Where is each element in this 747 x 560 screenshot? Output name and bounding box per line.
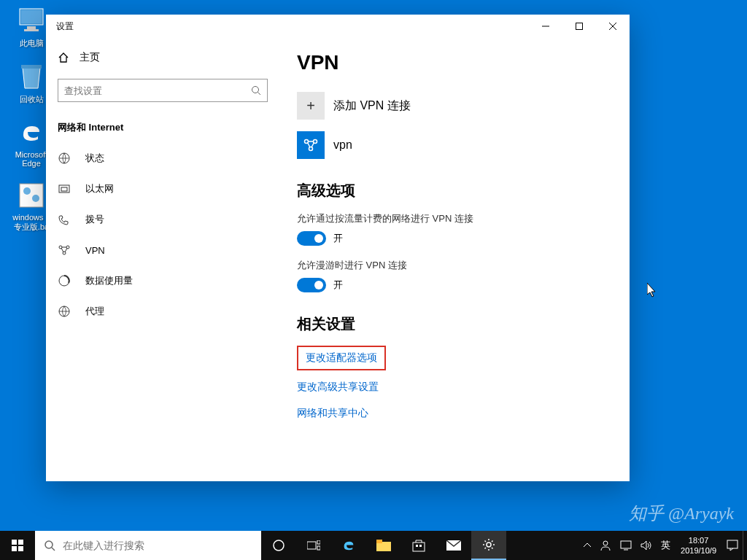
date-text: 2019/10/9: [681, 545, 716, 556]
toggle-metered-row: 开: [297, 231, 612, 246]
svg-rect-3: [24, 29, 39, 31]
svg-rect-17: [61, 187, 67, 191]
sidebar-item-proxy[interactable]: 代理: [46, 296, 279, 327]
sidebar-item-label: 以太网: [85, 182, 114, 195]
sidebar-item-dialup[interactable]: 拨号: [46, 204, 279, 235]
svg-rect-46: [727, 540, 738, 548]
related-header: 相关设置: [297, 314, 612, 334]
svg-rect-34: [317, 540, 320, 544]
vpn-icon: [58, 244, 71, 257]
option-roaming-label: 允许漫游时进行 VPN 连接: [297, 259, 612, 272]
link-adapter-options[interactable]: 更改适配器选项: [297, 346, 386, 370]
windows-icon: [12, 540, 23, 551]
edge-taskbar-icon[interactable]: [331, 531, 366, 560]
svg-point-8: [32, 195, 39, 202]
toggle-roaming[interactable]: [297, 278, 326, 292]
svg-rect-29: [18, 546, 23, 551]
sidebar-item-ethernet[interactable]: 以太网: [46, 174, 279, 204]
batch-file-icon: [17, 181, 46, 210]
taskbar-search[interactable]: [35, 531, 261, 560]
task-view-icon[interactable]: [296, 531, 331, 560]
search-box[interactable]: [58, 79, 268, 102]
sidebar-item-status[interactable]: 状态: [46, 143, 279, 174]
search-icon: [251, 85, 261, 96]
sidebar-item-data-usage[interactable]: 数据使用量: [46, 265, 279, 296]
sidebar-item-label: 代理: [85, 305, 104, 318]
link-network-center[interactable]: 网络和共享中心: [297, 407, 612, 420]
tray-chevron-icon[interactable]: [579, 531, 595, 560]
svg-point-25: [309, 147, 313, 151]
svg-point-30: [45, 541, 53, 548]
svg-rect-1: [21, 10, 42, 23]
sidebar-item-label: VPN: [85, 245, 105, 256]
svg-rect-39: [416, 545, 418, 547]
toggle-roaming-row: 开: [297, 278, 612, 292]
vpn-connection-icon: [297, 131, 325, 159]
icon-label: 回收站: [20, 94, 44, 105]
svg-point-7: [23, 187, 31, 195]
watermark: 知乎 @Aryayk: [629, 502, 734, 525]
file-explorer-icon[interactable]: [366, 531, 401, 560]
svg-rect-44: [621, 541, 631, 548]
svg-rect-27: [18, 540, 23, 545]
search-icon: [44, 540, 55, 551]
store-icon[interactable]: [401, 531, 436, 560]
svg-rect-40: [419, 545, 422, 547]
settings-taskbar-icon[interactable]: [471, 531, 506, 560]
titlebar-controls: [529, 15, 630, 38]
sidebar: 主页 网络和 Internet 状态 以太网 拨号 VPN: [46, 38, 279, 481]
add-vpn-button[interactable]: + 添加 VPN 连接: [297, 92, 612, 120]
maximize-button[interactable]: [562, 15, 596, 38]
toggle-metered-state: 开: [333, 232, 343, 245]
proxy-icon: [58, 305, 71, 318]
page-title: VPN: [297, 51, 612, 74]
taskbar: 英 18:07 2019/10/9: [0, 531, 747, 560]
svg-point-32: [274, 540, 284, 551]
minimize-button[interactable]: [529, 15, 562, 38]
svg-rect-4: [21, 65, 42, 69]
taskbar-pinned-icons: [261, 531, 506, 560]
home-button[interactable]: 主页: [46, 44, 279, 71]
time-text: 18:07: [681, 535, 716, 545]
sidebar-item-label: 拨号: [85, 213, 104, 226]
search-input[interactable]: [64, 85, 251, 96]
add-vpn-label: 添加 VPN 连接: [333, 98, 411, 114]
system-tray: 英 18:07 2019/10/9: [579, 531, 747, 560]
people-icon[interactable]: [595, 531, 616, 560]
sidebar-item-vpn[interactable]: VPN: [46, 235, 279, 265]
recycle-bin-icon: [17, 62, 46, 91]
toggle-metered[interactable]: [297, 231, 326, 246]
svg-line-31: [52, 548, 55, 551]
settings-body: 主页 网络和 Internet 状态 以太网 拨号 VPN: [46, 38, 630, 481]
settings-window: 设置 主页 网络和 Internet 状态 以太网: [46, 15, 630, 481]
window-title: 设置: [56, 20, 74, 33]
start-button[interactable]: [0, 531, 35, 560]
action-center-icon[interactable]: [722, 531, 743, 560]
data-usage-icon: [58, 274, 71, 287]
link-sharing-settings[interactable]: 更改高级共享设置: [297, 381, 612, 394]
svg-rect-37: [376, 540, 382, 543]
network-tray-icon[interactable]: [616, 531, 636, 560]
vpn-connection-item[interactable]: vpn: [297, 131, 612, 159]
titlebar[interactable]: 设置: [46, 15, 630, 38]
svg-point-42: [487, 542, 491, 547]
taskbar-search-input[interactable]: [63, 540, 252, 551]
sidebar-item-label: 状态: [85, 152, 104, 165]
edge-icon: [17, 118, 46, 147]
show-desktop-button[interactable]: [743, 531, 747, 560]
volume-tray-icon[interactable]: [636, 531, 657, 560]
clock[interactable]: 18:07 2019/10/9: [675, 535, 722, 556]
cortana-icon[interactable]: [261, 531, 296, 560]
main-content: VPN + 添加 VPN 连接 vpn 高级选项 允许通过按流量计费的网络进行 …: [279, 38, 630, 481]
ime-indicator[interactable]: 英: [657, 531, 675, 560]
svg-rect-2: [27, 26, 36, 29]
sidebar-item-label: 数据使用量: [85, 274, 133, 287]
svg-rect-6: [20, 184, 43, 207]
mail-icon[interactable]: [436, 531, 471, 560]
ethernet-icon: [58, 182, 71, 195]
svg-rect-38: [413, 542, 425, 551]
svg-line-14: [258, 93, 261, 96]
pc-icon: [17, 6, 46, 35]
close-button[interactable]: [596, 15, 630, 38]
icon-label: windows 1 专业版.ba: [12, 213, 50, 233]
